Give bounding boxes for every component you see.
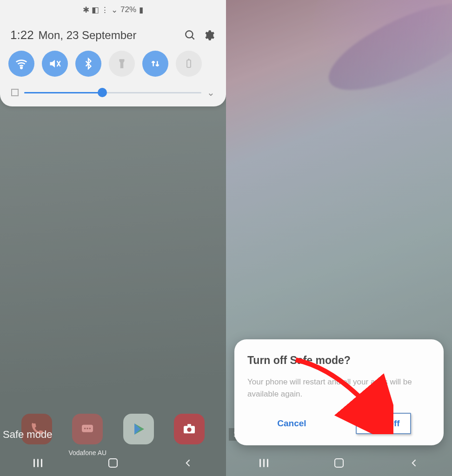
safe-mode-dialog: Turn off Safe mode? Your phone will rest… (234, 339, 444, 445)
dialog-title: Turn off Safe mode? (247, 354, 431, 367)
turn-off-button[interactable]: Turn off (356, 413, 411, 434)
messages-app-icon[interactable] (72, 414, 103, 444)
brightness-slider[interactable] (24, 92, 201, 93)
svg-point-11 (187, 428, 192, 432)
svg-point-0 (186, 31, 193, 38)
brightness-thumb[interactable] (98, 88, 107, 97)
svg-line-1 (192, 37, 194, 39)
screenshot-left: ✱ ◧ ⋮ ⌄ 72% ▮ 1:22 Mon, 23 September (0, 0, 226, 476)
chevron-down-icon[interactable]: ⌄ (207, 87, 215, 98)
safe-mode-badge: Safe mode (3, 429, 52, 441)
quick-settings-row (0, 49, 226, 79)
svg-rect-3 (187, 60, 191, 67)
notification-shade: ✱ ◧ ⋮ ⌄ 72% ▮ 1:22 Mon, 23 September (0, 0, 226, 106)
nav-back[interactable] (181, 456, 195, 470)
battery-text: 72% (120, 5, 136, 14)
dialog-buttons: Cancel Turn off (247, 413, 431, 434)
brightness-fill (24, 92, 102, 93)
svg-point-9 (89, 428, 91, 429)
cancel-button[interactable]: Cancel (267, 414, 316, 433)
svg-point-8 (87, 428, 88, 429)
nav-home[interactable] (332, 456, 346, 470)
clock-time: 1:22 (10, 28, 34, 42)
clock-date: Mon, 23 September (39, 29, 179, 42)
qs-sound-mute[interactable] (42, 51, 68, 77)
nav-recents[interactable] (31, 456, 45, 470)
play-store-icon[interactable] (123, 414, 154, 444)
svg-rect-12 (187, 424, 191, 426)
battery-icon: ▮ (139, 5, 143, 15)
nav-bar (226, 450, 452, 476)
gear-icon[interactable] (202, 28, 216, 42)
nav-recents[interactable] (257, 456, 271, 470)
search-icon[interactable] (183, 28, 197, 42)
status-icons: ✱ ◧ ⋮ ⌄ (83, 5, 118, 15)
qs-flashlight[interactable] (109, 51, 135, 77)
screenshot-right: Safe mode Turn off Safe mode? Your phone… (226, 0, 452, 476)
qs-bluetooth[interactable] (75, 51, 101, 77)
qs-wifi[interactable] (8, 51, 34, 77)
brightness-row: ⌄ (0, 79, 226, 103)
qs-mobile-data[interactable] (142, 51, 168, 77)
qs-power-saving[interactable] (176, 51, 202, 77)
svg-point-7 (84, 428, 86, 429)
date-row: 1:22 Mon, 23 September (0, 20, 226, 49)
auto-brightness-toggle[interactable] (11, 89, 19, 96)
status-bar: ✱ ◧ ⋮ ⌄ 72% ▮ (0, 0, 226, 20)
svg-point-2 (20, 67, 22, 69)
nav-home[interactable] (106, 456, 120, 470)
dialog-body: Your phone will restart and all your app… (247, 376, 431, 400)
camera-app-icon[interactable] (174, 414, 205, 444)
nav-back[interactable] (407, 456, 421, 470)
nav-bar (0, 450, 226, 476)
